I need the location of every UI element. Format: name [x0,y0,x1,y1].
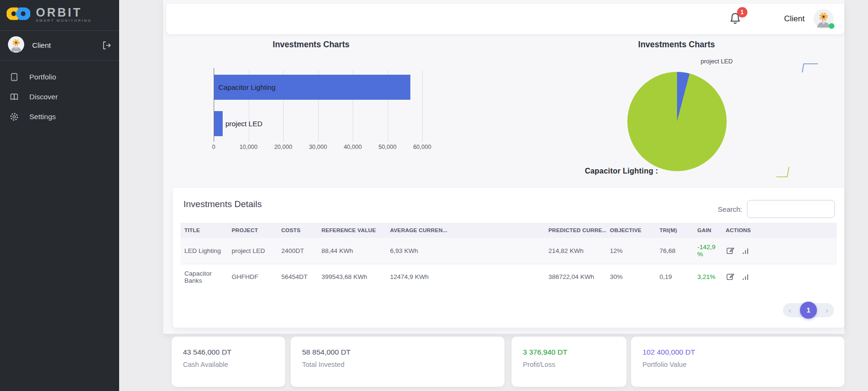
stat-value: 58 854,000 DT [302,348,504,356]
edit-icon[interactable] [726,272,735,281]
column-header: PREDICTED CURRE... [545,223,606,238]
logout-icon[interactable] [101,40,112,51]
bar-chart-title: Investments Charts [217,40,406,50]
discover-icon [9,92,19,102]
x-axis-tick: 10,000 [239,144,257,150]
cell-actions [722,264,837,290]
column-header: PROJECT [228,223,278,238]
stat-value: 102 400,000 DT [642,348,844,356]
logo-title: ORBIT [36,7,92,18]
cell-reference: 399543,68 KWh [318,264,386,290]
cell-objective: 12% [606,238,656,264]
cell-project: GHFHDF [228,264,278,290]
search-input[interactable] [747,200,835,218]
settings-icon [9,112,19,122]
stat-label: Portfolio Value [642,361,844,368]
investments-pie-chart [627,72,727,171]
column-header: TRI(M) [656,223,694,238]
sidebar-item-settings[interactable]: Settings [0,107,119,127]
sidebar-user-name: Client [32,41,101,50]
sidebar: ORBIT SMART MONITORING Client PortfolioD… [0,0,119,391]
pie-label-capacitor-lighting: Capacitor Lighting : [585,167,658,175]
table-search: Search: [718,200,835,218]
cell-costs: 2400DT [278,238,318,264]
stat-card-profit-loss: 3 376,940 DTProfit/Loss [512,337,626,387]
cell-title: LED Lighting [181,238,228,264]
pagination-prev[interactable]: ‹ [789,306,791,314]
pagination-page-1[interactable]: 1 [800,302,817,319]
x-axis-tick: 0 [212,144,216,150]
cell-gain: 3,21% [694,264,722,290]
stats-icon[interactable] [741,246,750,255]
cell-title: Capacitor Banks [181,264,228,290]
bar-project-led [214,111,223,136]
sidebar-item-label: Portfolio [29,73,56,81]
bar-category-label: project LED [226,111,262,136]
logo-subtitle: SMART MONITORING [36,18,92,23]
cell-gain: -142,9 % [694,238,722,264]
sidebar-user-row: Client [0,31,119,60]
search-label: Search: [718,205,742,213]
stats-icon[interactable] [741,272,750,281]
bell-icon [728,19,742,27]
stat-card-cash-available: 43 546,000 DTCash Available [172,337,285,387]
orbit-logo-icon [7,4,30,26]
user-avatar [8,36,25,55]
sidebar-item-label: Discover [29,93,58,101]
pie-label-project-led: project LED [701,58,733,65]
cell-predicted: 386722,04 KWh [545,264,606,290]
notifications-button[interactable]: 1 [728,11,744,27]
pagination: ‹ 1 › [783,303,834,317]
table-row: Capacitor BanksGHFHDF56454DT399543,68 KW… [181,264,837,290]
investments-table: TITLEPROJECTCOSTSREFERENCE VALUEAVERAGE … [181,223,837,290]
stat-label: Total Invested [302,361,504,368]
column-header: GAIN [694,223,722,238]
bar-chart-x-axis: 010,00020,00030,00040,00050,00060,000 [214,144,436,152]
stat-value: 43 546,000 DT [183,348,285,356]
cell-average: 12474,9 KWh [386,264,545,290]
pie-chart-title: Investments Charts [582,40,771,50]
topbar-avatar[interactable] [813,9,834,29]
cell-tri: 76,68 [656,238,694,264]
cell-project: project LED [228,238,278,264]
x-axis-tick: 40,000 [344,144,362,150]
orbit-logo[interactable]: ORBIT SMART MONITORING [0,0,119,30]
cell-tri: 0,19 [656,264,694,290]
sidebar-item-portfolio[interactable]: Portfolio [0,67,119,87]
x-axis-tick: 50,000 [378,144,396,150]
column-header: OBJECTIVE [606,223,656,238]
investments-bar-chart: Capacitor Lightingproject LED [214,70,436,142]
stat-card-total-invested: 58 854,000 DTTotal Invested [291,337,504,387]
topbar: 1 Client [166,4,844,34]
stat-card-portfolio-value: 102 400,000 DTPortfolio Value [631,337,844,387]
stat-value: 3 376,940 DT [523,348,626,356]
column-header: AVERAGE CURREN... [386,223,545,238]
cell-actions [722,238,837,264]
main-content: 1 Client Investments Charts Capacitor Li… [119,0,868,391]
cell-costs: 56454DT [278,264,318,290]
sidebar-item-label: Settings [29,113,56,121]
cell-objective: 30% [606,264,656,290]
gridline [422,70,423,142]
stat-label: Profit/Loss [523,361,626,368]
column-header: ACTIONS [722,223,837,238]
cell-predicted: 214,82 KWh [545,238,606,264]
edit-icon[interactable] [726,246,735,255]
x-axis-tick: 60,000 [413,144,431,150]
sidebar-item-discover[interactable]: Discover [0,87,119,107]
x-axis-tick: 20,000 [274,144,292,150]
topbar-user-name: Client [784,14,805,24]
column-header: TITLE [181,223,228,238]
portfolio-icon [9,72,19,82]
x-axis-tick: 30,000 [309,144,327,150]
pagination-next[interactable]: › [825,306,828,314]
table-title: Investments Details [183,199,262,209]
column-header: COSTS [278,223,318,238]
table-row: LED Lightingproject LED2400DT88,44 KWh6,… [181,238,837,264]
online-status-dot [829,23,834,29]
bar-category-label: Capacitor Lighting [218,75,276,100]
sidebar-nav: PortfolioDiscoverSettings [0,61,119,133]
cell-reference: 88,44 KWh [318,238,386,264]
investments-details-card: Investments Details Search: TITLEPROJECT… [173,188,844,328]
cell-average: 6,93 KWh [386,238,545,264]
